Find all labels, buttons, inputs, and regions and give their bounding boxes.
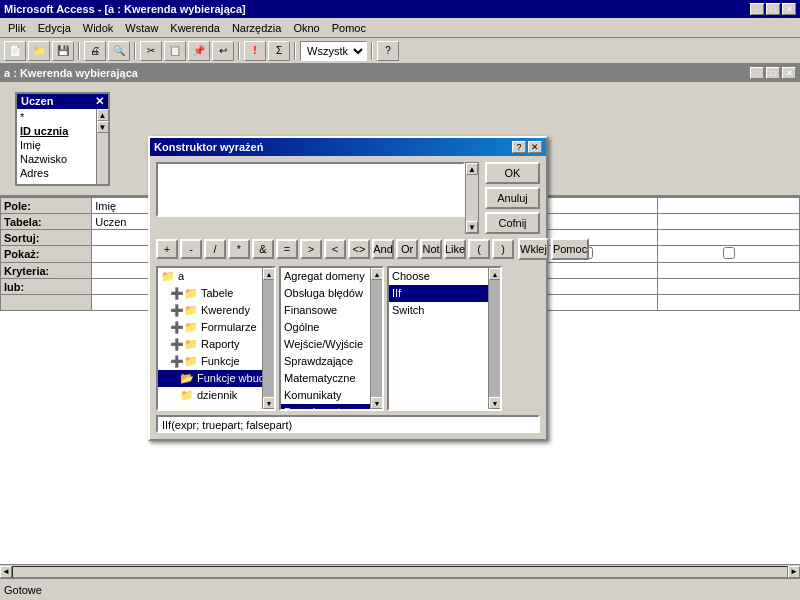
toolbar-new[interactable]: 📄 [4, 41, 26, 61]
right-scroll-down[interactable]: ▼ [489, 397, 500, 409]
toolbar-print[interactable]: 🖨 [84, 41, 106, 61]
left-scroll-up[interactable]: ▲ [263, 268, 274, 280]
op-neq[interactable]: <> [348, 239, 370, 259]
toolbar-preview[interactable]: 🔍 [108, 41, 130, 61]
right-scrollbar[interactable]: ▲ ▼ [488, 268, 500, 409]
op-lparen[interactable]: ( [468, 239, 490, 259]
op-like[interactable]: Like [444, 239, 466, 259]
middle-item-wejscie[interactable]: Wejście/Wyjście [281, 336, 370, 353]
list-item-funkcje[interactable]: ➕📁 Funkcje [158, 353, 262, 370]
toolbar-paste[interactable]: 📌 [188, 41, 210, 61]
toolbar-copy[interactable]: 📋 [164, 41, 186, 61]
op-plus[interactable]: + [156, 239, 178, 259]
middle-item-komunikaty[interactable]: Komunikaty [281, 387, 370, 404]
right-scroll-up[interactable]: ▲ [489, 268, 500, 280]
field-id[interactable]: ID ucznia [18, 124, 95, 138]
menu-wstaw[interactable]: Wstaw [119, 20, 164, 36]
dialog-help-btn[interactable]: ? [512, 141, 526, 153]
field-nazwisko[interactable]: Nazwisko [18, 152, 95, 166]
expression-input[interactable] [156, 162, 465, 217]
dialog-close-btn[interactable]: ✕ [528, 141, 542, 153]
close-button[interactable]: ✕ [782, 3, 796, 15]
op-eq[interactable]: = [276, 239, 298, 259]
hscroll-right[interactable]: ► [788, 566, 800, 578]
middle-item-przeplywy[interactable]: Przepływ sterowania [281, 404, 370, 409]
main-hscroll[interactable]: ◄ ► [0, 564, 800, 578]
list-item-formularze[interactable]: ➕📁 Formularze [158, 319, 262, 336]
help-button[interactable]: Pomoc [551, 238, 589, 260]
field-adres[interactable]: Adres [18, 166, 95, 180]
maximize-button[interactable]: □ [766, 3, 780, 15]
middle-item-obsluga[interactable]: Obsługa błędów [281, 285, 370, 302]
right-item-iif[interactable]: IIf [389, 285, 488, 302]
query-close[interactable]: ✕ [782, 67, 796, 79]
op-or[interactable]: Or [396, 239, 418, 259]
show-cell-5[interactable] [658, 246, 800, 263]
middle-item-matematyczne[interactable]: Matematyczne [281, 370, 370, 387]
op-minus[interactable]: - [180, 239, 202, 259]
op-amp[interactable]: & [252, 239, 274, 259]
menu-kwerenda[interactable]: Kwerenda [164, 20, 226, 36]
list-item-kwerendy[interactable]: ➕📁 Kwerendy [158, 302, 262, 319]
op-gt[interactable]: > [300, 239, 322, 259]
op-and[interactable]: And [372, 239, 394, 259]
crit-cell-5[interactable] [658, 263, 800, 279]
toolbar-open[interactable]: 📁 [28, 41, 50, 61]
op-slash[interactable]: / [204, 239, 226, 259]
left-scroll-down[interactable]: ▼ [263, 397, 274, 409]
field-imie[interactable]: Imię [18, 138, 95, 152]
expr-scroll-down[interactable]: ▼ [466, 221, 478, 233]
toolbar-cut[interactable]: ✂ [140, 41, 162, 61]
right-item-choose[interactable]: Choose [389, 268, 488, 285]
table-cell-5[interactable] [658, 214, 800, 230]
query-minimize[interactable]: _ [750, 67, 764, 79]
op-lt[interactable]: < [324, 239, 346, 259]
or-cell-5[interactable] [658, 279, 800, 295]
toolbar-run[interactable]: ! [244, 41, 266, 61]
right-item-switch[interactable]: Switch [389, 302, 488, 319]
scroll-down[interactable]: ▼ [97, 121, 109, 133]
toolbar-undo[interactable]: ↩ [212, 41, 234, 61]
expr-scroll-up[interactable]: ▲ [466, 163, 478, 175]
list-item-dziennik[interactable]: 📁 dziennik [158, 387, 262, 404]
menu-pomoc[interactable]: Pomoc [326, 20, 372, 36]
field-cell-5[interactable] [658, 198, 800, 214]
expr-scrollbar[interactable]: ▲ ▼ [465, 162, 479, 234]
minimize-button[interactable]: _ [750, 3, 764, 15]
query-maximize[interactable]: □ [766, 67, 780, 79]
toolbar-save[interactable]: 💾 [52, 41, 74, 61]
menu-plik[interactable]: Plik [2, 20, 32, 36]
table-scrollbar[interactable]: ▲ ▼ [96, 109, 108, 184]
show-checkbox-5[interactable] [723, 247, 735, 259]
op-not[interactable]: Not [420, 239, 442, 259]
toolbar-combo[interactable]: Wszystk [300, 41, 367, 61]
cancel-button[interactable]: Anuluj [485, 187, 540, 209]
menu-okno[interactable]: Okno [287, 20, 325, 36]
list-item-funkcje-wbudowane[interactable]: 📂 Funkcje wbudowa... [158, 370, 262, 387]
toolbar-help[interactable]: ? [377, 41, 399, 61]
middle-item-finansowe[interactable]: Finansowe [281, 302, 370, 319]
menu-widok[interactable]: Widok [77, 20, 120, 36]
menu-narzedzia[interactable]: Narzędzia [226, 20, 288, 36]
op-rparen[interactable]: ) [492, 239, 514, 259]
hscroll-left[interactable]: ◄ [0, 566, 12, 578]
field-asterisk[interactable]: * [18, 110, 95, 124]
toolbar-sum[interactable]: Σ [268, 41, 290, 61]
list-item-tabele[interactable]: ➕📁 Tabele [158, 285, 262, 302]
list-item-a[interactable]: 📁 a [158, 268, 262, 285]
ok-button[interactable]: OK [485, 162, 540, 184]
left-scrollbar[interactable]: ▲ ▼ [262, 268, 274, 409]
sort-cell-5[interactable] [658, 230, 800, 246]
middle-scroll-down[interactable]: ▼ [371, 397, 382, 409]
middle-item-sprawdzajace[interactable]: Sprawdzające [281, 353, 370, 370]
op-star[interactable]: * [228, 239, 250, 259]
middle-item-agregat-domeny[interactable]: Agregat domeny [281, 268, 370, 285]
middle-scroll-up[interactable]: ▲ [371, 268, 382, 280]
menu-edycja[interactable]: Edycja [32, 20, 77, 36]
list-item-raporty[interactable]: ➕📁 Raporty [158, 336, 262, 353]
back-button[interactable]: Cofnij [485, 212, 540, 234]
middle-scrollbar[interactable]: ▲ ▼ [370, 268, 382, 409]
middle-item-ogolne[interactable]: Ogólne [281, 319, 370, 336]
scroll-up[interactable]: ▲ [97, 109, 109, 121]
paste-button[interactable]: Wklej [518, 238, 549, 260]
